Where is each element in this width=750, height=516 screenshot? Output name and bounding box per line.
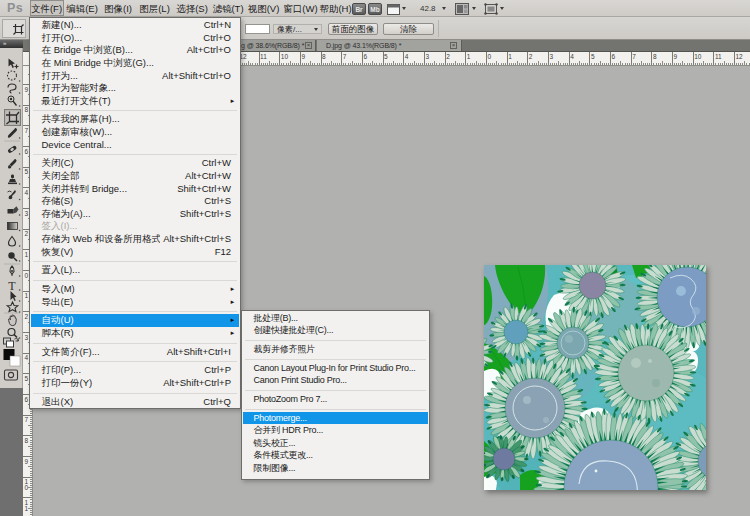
svg-text:T: T [8,279,16,293]
